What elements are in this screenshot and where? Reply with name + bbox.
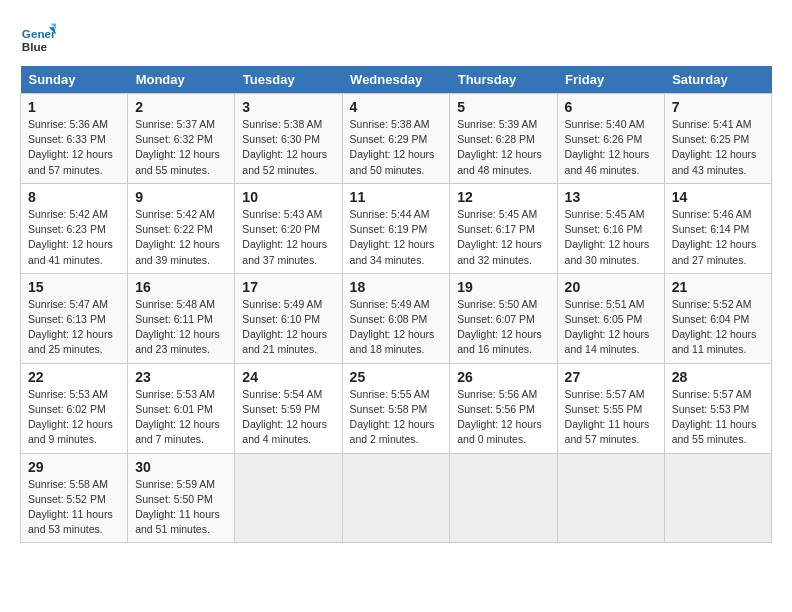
day-info: Sunrise: 5:57 AM Sunset: 5:53 PM Dayligh… xyxy=(672,387,764,448)
day-info: Sunrise: 5:58 AM Sunset: 5:52 PM Dayligh… xyxy=(28,477,120,538)
day-info: Sunrise: 5:49 AM Sunset: 6:08 PM Dayligh… xyxy=(350,297,443,358)
day-info: Sunrise: 5:49 AM Sunset: 6:10 PM Dayligh… xyxy=(242,297,334,358)
col-header-saturday: Saturday xyxy=(664,66,771,94)
calendar-cell: 11Sunrise: 5:44 AM Sunset: 6:19 PM Dayli… xyxy=(342,183,450,273)
day-info: Sunrise: 5:56 AM Sunset: 5:56 PM Dayligh… xyxy=(457,387,549,448)
calendar-cell: 1Sunrise: 5:36 AM Sunset: 6:33 PM Daylig… xyxy=(21,94,128,184)
day-info: Sunrise: 5:57 AM Sunset: 5:55 PM Dayligh… xyxy=(565,387,657,448)
calendar-cell xyxy=(342,453,450,543)
day-number: 1 xyxy=(28,99,120,115)
calendar-cell: 8Sunrise: 5:42 AM Sunset: 6:23 PM Daylig… xyxy=(21,183,128,273)
day-number: 19 xyxy=(457,279,549,295)
calendar-cell: 18Sunrise: 5:49 AM Sunset: 6:08 PM Dayli… xyxy=(342,273,450,363)
day-info: Sunrise: 5:48 AM Sunset: 6:11 PM Dayligh… xyxy=(135,297,227,358)
day-info: Sunrise: 5:50 AM Sunset: 6:07 PM Dayligh… xyxy=(457,297,549,358)
calendar-cell: 16Sunrise: 5:48 AM Sunset: 6:11 PM Dayli… xyxy=(128,273,235,363)
day-number: 27 xyxy=(565,369,657,385)
day-number: 16 xyxy=(135,279,227,295)
day-number: 23 xyxy=(135,369,227,385)
day-number: 4 xyxy=(350,99,443,115)
calendar-cell: 25Sunrise: 5:55 AM Sunset: 5:58 PM Dayli… xyxy=(342,363,450,453)
day-info: Sunrise: 5:47 AM Sunset: 6:13 PM Dayligh… xyxy=(28,297,120,358)
calendar-cell: 24Sunrise: 5:54 AM Sunset: 5:59 PM Dayli… xyxy=(235,363,342,453)
calendar-cell: 12Sunrise: 5:45 AM Sunset: 6:17 PM Dayli… xyxy=(450,183,557,273)
day-info: Sunrise: 5:36 AM Sunset: 6:33 PM Dayligh… xyxy=(28,117,120,178)
day-number: 10 xyxy=(242,189,334,205)
day-info: Sunrise: 5:44 AM Sunset: 6:19 PM Dayligh… xyxy=(350,207,443,268)
calendar-cell xyxy=(450,453,557,543)
calendar-cell: 19Sunrise: 5:50 AM Sunset: 6:07 PM Dayli… xyxy=(450,273,557,363)
calendar-cell: 26Sunrise: 5:56 AM Sunset: 5:56 PM Dayli… xyxy=(450,363,557,453)
day-info: Sunrise: 5:53 AM Sunset: 6:01 PM Dayligh… xyxy=(135,387,227,448)
day-info: Sunrise: 5:45 AM Sunset: 6:16 PM Dayligh… xyxy=(565,207,657,268)
calendar-cell: 4Sunrise: 5:38 AM Sunset: 6:29 PM Daylig… xyxy=(342,94,450,184)
day-number: 8 xyxy=(28,189,120,205)
calendar-cell: 5Sunrise: 5:39 AM Sunset: 6:28 PM Daylig… xyxy=(450,94,557,184)
day-info: Sunrise: 5:59 AM Sunset: 5:50 PM Dayligh… xyxy=(135,477,227,538)
day-info: Sunrise: 5:54 AM Sunset: 5:59 PM Dayligh… xyxy=(242,387,334,448)
col-header-sunday: Sunday xyxy=(21,66,128,94)
calendar-cell: 29Sunrise: 5:58 AM Sunset: 5:52 PM Dayli… xyxy=(21,453,128,543)
day-info: Sunrise: 5:43 AM Sunset: 6:20 PM Dayligh… xyxy=(242,207,334,268)
page-header: General Blue xyxy=(20,20,772,56)
day-info: Sunrise: 5:38 AM Sunset: 6:30 PM Dayligh… xyxy=(242,117,334,178)
day-number: 21 xyxy=(672,279,764,295)
day-number: 20 xyxy=(565,279,657,295)
day-info: Sunrise: 5:42 AM Sunset: 6:22 PM Dayligh… xyxy=(135,207,227,268)
calendar-cell xyxy=(664,453,771,543)
day-number: 3 xyxy=(242,99,334,115)
calendar-cell: 9Sunrise: 5:42 AM Sunset: 6:22 PM Daylig… xyxy=(128,183,235,273)
day-info: Sunrise: 5:53 AM Sunset: 6:02 PM Dayligh… xyxy=(28,387,120,448)
day-number: 11 xyxy=(350,189,443,205)
calendar-cell: 27Sunrise: 5:57 AM Sunset: 5:55 PM Dayli… xyxy=(557,363,664,453)
day-info: Sunrise: 5:51 AM Sunset: 6:05 PM Dayligh… xyxy=(565,297,657,358)
calendar-cell: 3Sunrise: 5:38 AM Sunset: 6:30 PM Daylig… xyxy=(235,94,342,184)
col-header-tuesday: Tuesday xyxy=(235,66,342,94)
calendar-cell: 23Sunrise: 5:53 AM Sunset: 6:01 PM Dayli… xyxy=(128,363,235,453)
day-info: Sunrise: 5:55 AM Sunset: 5:58 PM Dayligh… xyxy=(350,387,443,448)
day-number: 22 xyxy=(28,369,120,385)
day-number: 26 xyxy=(457,369,549,385)
calendar-cell xyxy=(235,453,342,543)
calendar-cell: 13Sunrise: 5:45 AM Sunset: 6:16 PM Dayli… xyxy=(557,183,664,273)
calendar-cell: 2Sunrise: 5:37 AM Sunset: 6:32 PM Daylig… xyxy=(128,94,235,184)
day-number: 12 xyxy=(457,189,549,205)
day-number: 24 xyxy=(242,369,334,385)
day-number: 17 xyxy=(242,279,334,295)
col-header-thursday: Thursday xyxy=(450,66,557,94)
day-info: Sunrise: 5:52 AM Sunset: 6:04 PM Dayligh… xyxy=(672,297,764,358)
calendar-cell: 10Sunrise: 5:43 AM Sunset: 6:20 PM Dayli… xyxy=(235,183,342,273)
calendar-cell: 20Sunrise: 5:51 AM Sunset: 6:05 PM Dayli… xyxy=(557,273,664,363)
day-number: 28 xyxy=(672,369,764,385)
day-number: 15 xyxy=(28,279,120,295)
calendar-cell: 6Sunrise: 5:40 AM Sunset: 6:26 PM Daylig… xyxy=(557,94,664,184)
day-number: 29 xyxy=(28,459,120,475)
logo-icon: General Blue xyxy=(20,20,56,56)
calendar-table: SundayMondayTuesdayWednesdayThursdayFrid… xyxy=(20,66,772,543)
calendar-cell: 22Sunrise: 5:53 AM Sunset: 6:02 PM Dayli… xyxy=(21,363,128,453)
day-number: 5 xyxy=(457,99,549,115)
col-header-monday: Monday xyxy=(128,66,235,94)
day-number: 13 xyxy=(565,189,657,205)
day-number: 18 xyxy=(350,279,443,295)
logo: General Blue xyxy=(20,20,60,56)
day-number: 30 xyxy=(135,459,227,475)
day-info: Sunrise: 5:37 AM Sunset: 6:32 PM Dayligh… xyxy=(135,117,227,178)
calendar-cell: 14Sunrise: 5:46 AM Sunset: 6:14 PM Dayli… xyxy=(664,183,771,273)
calendar-cell: 28Sunrise: 5:57 AM Sunset: 5:53 PM Dayli… xyxy=(664,363,771,453)
day-number: 14 xyxy=(672,189,764,205)
calendar-cell: 30Sunrise: 5:59 AM Sunset: 5:50 PM Dayli… xyxy=(128,453,235,543)
day-number: 25 xyxy=(350,369,443,385)
day-info: Sunrise: 5:41 AM Sunset: 6:25 PM Dayligh… xyxy=(672,117,764,178)
day-info: Sunrise: 5:46 AM Sunset: 6:14 PM Dayligh… xyxy=(672,207,764,268)
calendar-cell: 21Sunrise: 5:52 AM Sunset: 6:04 PM Dayli… xyxy=(664,273,771,363)
day-info: Sunrise: 5:45 AM Sunset: 6:17 PM Dayligh… xyxy=(457,207,549,268)
day-info: Sunrise: 5:42 AM Sunset: 6:23 PM Dayligh… xyxy=(28,207,120,268)
col-header-wednesday: Wednesday xyxy=(342,66,450,94)
calendar-cell: 15Sunrise: 5:47 AM Sunset: 6:13 PM Dayli… xyxy=(21,273,128,363)
col-header-friday: Friday xyxy=(557,66,664,94)
day-number: 6 xyxy=(565,99,657,115)
day-number: 2 xyxy=(135,99,227,115)
day-info: Sunrise: 5:39 AM Sunset: 6:28 PM Dayligh… xyxy=(457,117,549,178)
day-number: 7 xyxy=(672,99,764,115)
